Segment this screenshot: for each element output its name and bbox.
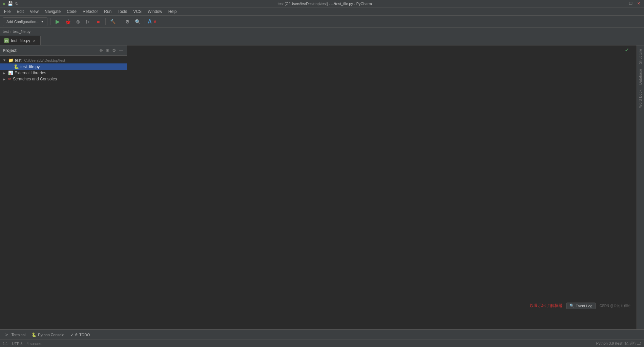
tab-close-button[interactable]: ✕	[32, 39, 36, 43]
run-context-button[interactable]: ▷	[84, 17, 92, 26]
csdn-reference: CSDN @公的方程论	[600, 304, 630, 308]
bottom-bar: >_ Terminal 🐍 Python Console ✓ 6: TODO	[0, 329, 644, 340]
cursor-position[interactable]: 1:1	[3, 342, 8, 346]
font-size-increase[interactable]: A	[148, 19, 152, 25]
status-bar: 1:1 UTF-8 4 spaces Python 3.9 (test)(亿 运…	[0, 340, 644, 347]
tree-arrow-scratches: ▶	[3, 77, 7, 81]
tree-label-scratches: Scratches and Consoles	[13, 77, 57, 81]
tree-arrow-ext-libs: ▶	[3, 71, 7, 75]
toolbar: Add Configuration... ▼ ▶ 🐞 ◎ ▷ ■ 🔨 ⚙ 🔍 A…	[0, 16, 644, 28]
todo-label: 6: TODO	[75, 333, 90, 337]
menu-bar: File Edit View Navigate Code Refactor Ru…	[0, 7, 644, 16]
menu-code[interactable]: Code	[64, 8, 79, 15]
tree-item-test-file[interactable]: ▶ 🐍 test_file.py	[0, 63, 127, 70]
status-right: Python 3.9 (test)(亿 运行...)	[596, 341, 641, 346]
breadcrumb-file[interactable]: test_file.py	[13, 30, 30, 34]
menu-refactor[interactable]: Refactor	[80, 8, 101, 15]
tree-path-root: C:\Users\fw\Desktop\test	[24, 58, 65, 62]
notification-area: 以显示出了解释器 🔍 Event Log CSDN @公的方程论	[530, 303, 630, 309]
python-file-icon: py	[4, 38, 9, 43]
sidebar: Project ⊕ ⊞ ⚙ — ▼ 📁 test C:\Users\fw\Des…	[0, 45, 127, 329]
settings-icon[interactable]: ⚙	[123, 17, 132, 26]
structure-panel-button[interactable]: Structure	[638, 47, 643, 66]
add-configuration-button[interactable]: Add Configuration... ▼	[3, 17, 47, 26]
debug-button[interactable]: 🐞	[63, 17, 72, 26]
title-bar: ■ 💾 ↻ test [C:\Users\fw\Desktop\test] - …	[0, 0, 644, 7]
breadcrumb-separator: ›	[10, 30, 12, 34]
tab-bar: py test_file.py ✕	[0, 35, 644, 45]
event-log-search-icon: 🔍	[569, 304, 574, 308]
tree-item-root[interactable]: ▼ 📁 test C:\Users\fw\Desktop\test	[0, 57, 127, 63]
sidebar-title: Project	[3, 48, 17, 53]
tree-label-test-file: test_file.py	[20, 64, 40, 69]
python-console-icon: 🐍	[32, 332, 37, 337]
terminal-icon: >_	[5, 332, 10, 337]
tab-test-file[interactable]: py test_file.py ✕	[0, 36, 41, 45]
python-console-tab[interactable]: 🐍 Python Console	[29, 331, 67, 338]
search-icon[interactable]: 🔍	[133, 17, 142, 26]
tree-item-external-libraries[interactable]: ▶ 📊 External Libraries	[0, 70, 127, 76]
right-sidebar: Structure Database Word Book	[637, 45, 644, 329]
editor-main[interactable]	[127, 45, 637, 329]
event-log-button[interactable]: 🔍 Event Log	[566, 303, 596, 309]
database-panel-button[interactable]: Database	[638, 67, 643, 87]
menu-tools[interactable]: Tools	[115, 8, 130, 15]
sync-icon[interactable]: ↻	[15, 1, 19, 6]
tab-label: test_file.py	[11, 38, 30, 43]
python-file-icon: 🐍	[14, 64, 19, 69]
menu-file[interactable]: File	[1, 8, 13, 15]
menu-vcs[interactable]: VCS	[130, 8, 144, 15]
toolbar-separator-1	[50, 18, 50, 25]
menu-run[interactable]: Run	[101, 8, 114, 15]
menu-window[interactable]: Window	[145, 8, 165, 15]
encoding-indicator[interactable]: UTF-8	[12, 342, 22, 346]
breadcrumb-project[interactable]: test	[3, 30, 9, 34]
breadcrumb: test › test_file.py	[0, 28, 644, 35]
menu-navigate[interactable]: Navigate	[42, 8, 63, 15]
run-button[interactable]: ▶	[53, 17, 62, 26]
expand-all-icon[interactable]: ⊞	[105, 47, 110, 54]
toolbar-separator-2	[105, 18, 106, 25]
word-book-panel-button[interactable]: Word Book	[638, 88, 643, 110]
menu-help[interactable]: Help	[166, 8, 180, 15]
chevron-down-icon: ▼	[41, 20, 44, 23]
sidebar-resize-handle[interactable]	[125, 45, 127, 329]
locate-icon[interactable]: ⊕	[99, 47, 104, 54]
interpreter-indicator[interactable]: Python 3.9 (test)(亿 运行...)	[596, 341, 641, 346]
tree-item-scratches[interactable]: ▶ ✏ Scratches and Consoles	[0, 76, 127, 82]
app-toolbar-save-icon[interactable]: 💾	[7, 1, 13, 6]
event-log-label: Event Log	[576, 304, 593, 308]
sidebar-header-icons: ⊕ ⊞ ⚙ —	[99, 47, 124, 54]
settings-icon[interactable]: ⚙	[111, 47, 117, 54]
minimize-sidebar-icon[interactable]: —	[118, 47, 124, 54]
code-analysis-ok: ✓	[625, 47, 629, 53]
toolbar-separator-3	[120, 18, 120, 25]
library-icon: 📊	[8, 71, 13, 75]
scratch-icon: ✏	[8, 77, 12, 81]
app-menu-icon: ■	[3, 1, 5, 6]
window-controls: — ❐ ✕	[620, 1, 641, 6]
editor-area: ✓	[127, 45, 637, 329]
sidebar-header: Project ⊕ ⊞ ⚙ —	[0, 45, 127, 56]
main-content: Project ⊕ ⊞ ⚙ — ▼ 📁 test C:\Users\fw\Des…	[0, 45, 644, 329]
stop-button[interactable]: ■	[94, 17, 103, 26]
menu-view[interactable]: View	[27, 8, 41, 15]
tree-label-root: test	[15, 58, 21, 63]
todo-icon: ✓	[70, 332, 74, 337]
folder-icon: 📁	[8, 58, 14, 63]
indent-indicator[interactable]: 4 spaces	[26, 342, 41, 346]
add-config-label: Add Configuration...	[6, 20, 39, 24]
menu-edit[interactable]: Edit	[14, 8, 26, 15]
maximize-button[interactable]: ❐	[628, 1, 633, 6]
font-size-decrease[interactable]: A	[154, 20, 157, 24]
python-console-label: Python Console	[38, 333, 64, 337]
run-with-coverage-button[interactable]: ◎	[74, 17, 82, 26]
terminal-label: Terminal	[12, 333, 26, 337]
minimize-button[interactable]: —	[620, 1, 625, 6]
build-icon[interactable]: 🔨	[108, 17, 117, 26]
notification-text: 以显示出了解释器	[530, 303, 562, 309]
todo-tab[interactable]: ✓ 6: TODO	[68, 331, 93, 338]
project-tree: ▼ 📁 test C:\Users\fw\Desktop\test ▶ 🐍 te…	[0, 56, 127, 329]
terminal-tab[interactable]: >_ Terminal	[3, 331, 28, 338]
close-button[interactable]: ✕	[636, 1, 641, 6]
